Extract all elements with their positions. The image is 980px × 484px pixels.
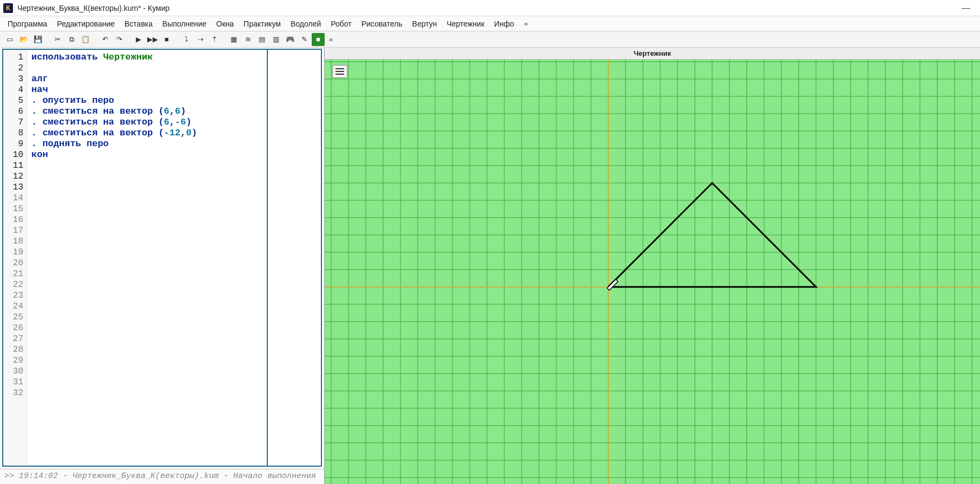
menu-окна[interactable]: Окна <box>212 17 239 30</box>
line-number: 28 <box>3 344 23 355</box>
code-line[interactable] <box>31 312 262 323</box>
menu-выполнение[interactable]: Выполнение <box>158 17 211 30</box>
code-line[interactable] <box>31 236 262 247</box>
menu-вертун[interactable]: Вертун <box>408 17 442 30</box>
menu-рисователь[interactable]: Рисователь <box>357 17 407 30</box>
code-line[interactable] <box>31 269 262 279</box>
line-number: 16 <box>3 214 23 225</box>
code-line[interactable] <box>31 333 262 344</box>
code-line[interactable] <box>31 323 262 333</box>
menu-вставка[interactable]: Вставка <box>120 17 157 30</box>
line-number: 8 <box>3 128 23 139</box>
code-line[interactable]: использовать Чертежник <box>31 52 262 63</box>
cut-icon[interactable]: ✂ <box>51 33 64 46</box>
line-number: 10 <box>3 149 23 160</box>
line-number: 25 <box>3 312 23 323</box>
code-line[interactable] <box>31 214 262 225</box>
line-number: 26 <box>3 323 23 333</box>
code-line[interactable]: . сместиться на вектор (6,-6) <box>31 117 262 128</box>
code-line[interactable]: нач <box>31 84 262 95</box>
window-title: Чертежник_Буква_К(векторы).kum* - Кумир <box>17 4 955 12</box>
code-line[interactable] <box>31 63 262 74</box>
code-line[interactable] <box>31 160 262 171</box>
actor4-icon[interactable]: ▥ <box>269 33 282 46</box>
menu-водолей[interactable]: Водолей <box>286 17 325 30</box>
open-icon[interactable]: 📂 <box>17 33 30 46</box>
code-line[interactable] <box>31 182 262 193</box>
actor6-icon[interactable]: ✎ <box>298 33 311 46</box>
canvas-title: Чертежник <box>325 48 980 60</box>
redo-icon[interactable]: ↷ <box>113 33 126 46</box>
actor5-icon[interactable]: 🎮 <box>284 33 297 46</box>
code-line[interactable] <box>31 366 262 377</box>
menu-робот[interactable]: Робот <box>326 17 356 30</box>
toolbar-overflow[interactable]: » <box>326 35 336 43</box>
copy-icon[interactable]: ⧉ <box>65 33 78 46</box>
line-number: 24 <box>3 301 23 312</box>
line-number: 27 <box>3 333 23 344</box>
undo-icon[interactable]: ↶ <box>98 33 111 46</box>
menu-bar: ПрограммаРедактированиеВставкаВыполнение… <box>0 16 980 31</box>
actor1-icon[interactable]: ▦ <box>227 33 240 46</box>
code-line[interactable]: . сместиться на вектор (6,6) <box>31 106 262 117</box>
canvas-pane: Чертежник <box>325 48 980 484</box>
step-out-icon[interactable]: ⇡ <box>208 33 221 46</box>
main-area: 1234567891011121314151617181920212223242… <box>0 48 980 484</box>
code-line[interactable] <box>31 388 262 398</box>
drawing-canvas[interactable] <box>325 60 980 484</box>
title-bar: К Чертежник_Буква_К(векторы).kum* - Куми… <box>0 0 980 16</box>
code-line[interactable] <box>31 344 262 355</box>
code-line[interactable]: алг <box>31 74 262 84</box>
save-icon[interactable]: 💾 <box>31 33 44 46</box>
run-icon[interactable]: ▶ <box>132 33 145 46</box>
code-area[interactable]: использовать Чертежникалгнач. опустить п… <box>27 50 267 466</box>
code-editor[interactable]: 1234567891011121314151617181920212223242… <box>2 49 322 467</box>
code-line[interactable] <box>31 204 262 214</box>
menu-инфо[interactable]: Инфо <box>490 17 518 30</box>
menu-чертежник[interactable]: Чертежник <box>442 17 489 30</box>
step-over-icon[interactable]: ⇢ <box>194 33 207 46</box>
line-number: 23 <box>3 290 23 301</box>
code-line[interactable] <box>31 301 262 312</box>
code-line[interactable] <box>31 258 262 269</box>
step-icon[interactable]: ⤵ <box>180 33 193 46</box>
menu-редактирование[interactable]: Редактирование <box>52 17 119 30</box>
code-line[interactable] <box>31 355 262 366</box>
new-file-icon[interactable]: ▭ <box>3 33 16 46</box>
line-number: 18 <box>3 236 23 247</box>
line-number: 2 <box>3 63 23 74</box>
code-line[interactable] <box>31 225 262 236</box>
line-number: 30 <box>3 366 23 377</box>
run-fast-icon[interactable]: ▶▶ <box>146 33 159 46</box>
code-line[interactable]: . поднять перо <box>31 139 262 149</box>
canvas-menu-button[interactable] <box>332 65 347 78</box>
actor3-icon[interactable]: ▤ <box>255 33 268 46</box>
code-line[interactable] <box>31 290 262 301</box>
minimize-button[interactable]: — <box>955 3 977 13</box>
line-number: 12 <box>3 171 23 182</box>
code-line[interactable]: . сместиться на вектор (-12,0) <box>31 128 262 139</box>
line-number: 14 <box>3 193 23 204</box>
code-line[interactable] <box>31 377 262 388</box>
line-number: 22 <box>3 279 23 290</box>
line-number: 1 <box>3 52 23 63</box>
stop-icon[interactable]: ■ <box>160 33 173 46</box>
line-number: 9 <box>3 139 23 149</box>
paste-icon[interactable]: 📋 <box>79 33 92 46</box>
line-number: 20 <box>3 258 23 269</box>
code-line[interactable] <box>31 171 262 182</box>
line-number: 11 <box>3 160 23 171</box>
code-line[interactable]: . опустить перо <box>31 95 262 106</box>
menu-программа[interactable]: Программа <box>3 17 51 30</box>
menu-практикум[interactable]: Практикум <box>239 17 285 30</box>
line-number: 5 <box>3 95 23 106</box>
app-icon: К <box>3 3 13 13</box>
code-line[interactable] <box>31 247 262 258</box>
actor7-icon[interactable]: ■ <box>312 33 325 46</box>
code-line[interactable]: кон <box>31 149 262 160</box>
actor2-icon[interactable]: ≋ <box>241 33 254 46</box>
code-line[interactable] <box>31 193 262 204</box>
line-number: 13 <box>3 182 23 193</box>
menu-overflow[interactable]: » <box>519 17 532 30</box>
code-line[interactable] <box>31 279 262 290</box>
